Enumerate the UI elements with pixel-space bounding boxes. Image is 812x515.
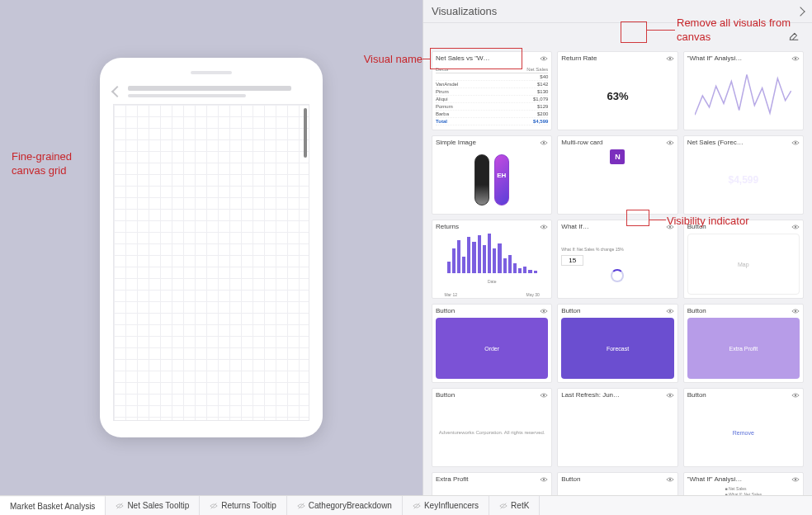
tile-name: Button: [561, 475, 665, 483]
visibility-indicator-icon[interactable]: [791, 392, 800, 399]
visualization-tile[interactable]: Last Refresh: Jun…: [557, 388, 677, 467]
visualization-tile[interactable]: Simple Image: [432, 135, 552, 215]
tile-name: Net Sales vs "W…: [436, 54, 540, 62]
phone-canvas-grid[interactable]: [113, 104, 309, 421]
tile-name: Extra Profit: [436, 475, 540, 483]
phone-title-placeholder: [128, 86, 309, 97]
report-tab[interactable]: RetK: [489, 496, 540, 515]
visibility-indicator-icon[interactable]: [540, 476, 548, 483]
svg-point-10: [668, 309, 670, 311]
tile-name: "What If" Analysi…: [687, 475, 791, 483]
tile-name: Returns: [436, 223, 540, 230]
svg-point-7: [668, 225, 670, 227]
visualization-tile[interactable]: ButtonOrder: [432, 304, 552, 383]
visibility-indicator-icon[interactable]: [540, 139, 548, 146]
tab-label: RetK: [511, 501, 529, 510]
tile-body: Adventureworks Corporation. All rights r…: [432, 400, 551, 466]
visualizations-grid: Net Sales vs "W…DecorNet Sales$40VanArsd…: [423, 50, 812, 495]
report-tab[interactable]: Market Basket Analysis: [0, 495, 106, 515]
visualization-tile[interactable]: "What If" Analysi…: [683, 51, 804, 130]
tile-name: Button: [687, 307, 791, 314]
tile-body: 63%: [558, 64, 677, 130]
back-icon[interactable]: [111, 86, 123, 97]
svg-point-17: [795, 478, 796, 480]
visualization-tile[interactable]: Extra Profit$4,599: [432, 472, 552, 495]
svg-point-6: [543, 225, 545, 227]
visualization-tile[interactable]: ButtonForecast: [557, 304, 677, 383]
visualization-tile[interactable]: "What If" Analysi…■ Net Sales■ What If: …: [683, 472, 804, 495]
visualization-tile[interactable]: Return Rate63%: [557, 51, 677, 130]
phone-speaker: [191, 71, 232, 74]
tile-body: $4,599: [684, 148, 803, 214]
tile-body: Remove: [684, 400, 803, 466]
visibility-indicator-icon[interactable]: [540, 308, 548, 314]
tile-body: Map: [684, 232, 803, 298]
visualization-tile[interactable]: ButtonAdventureworks Corporation. All ri…: [432, 388, 552, 467]
visualization-tile[interactable]: What If…What If: Net Sales % change 15%1…: [557, 220, 677, 299]
visibility-indicator-icon[interactable]: [666, 55, 674, 62]
visualization-tile[interactable]: Net Sales vs "W…DecorNet Sales$40VanArsd…: [432, 51, 552, 130]
tab-label: Returns Tooltip: [221, 501, 276, 510]
tile-name: Last Refresh: Jun…: [561, 391, 665, 399]
tile-name: Return Rate: [561, 54, 665, 62]
visibility-indicator-icon[interactable]: [666, 476, 674, 483]
svg-point-14: [795, 394, 796, 395]
tile-body: Profile report: [558, 484, 677, 495]
hidden-icon: [116, 502, 124, 510]
tile-name: Button: [687, 391, 791, 399]
tile-body: [684, 64, 803, 130]
visibility-indicator-icon[interactable]: [791, 55, 800, 62]
report-tab[interactable]: Returns Tooltip: [200, 496, 287, 515]
hidden-icon: [499, 502, 508, 510]
chevron-right-icon[interactable]: [795, 7, 805, 16]
tile-body: $4,599: [432, 484, 551, 495]
tile-body: Forecast: [558, 316, 677, 382]
visibility-indicator-icon[interactable]: [540, 392, 548, 399]
tile-body: Order: [432, 316, 551, 382]
hidden-icon: [210, 502, 218, 510]
visualization-tile[interactable]: ReturnsMar 12May 30Date: [432, 220, 552, 299]
tab-label: Net Sales Tooltip: [127, 501, 189, 510]
visibility-indicator-icon[interactable]: [791, 308, 800, 314]
visualization-tile[interactable]: ButtonProfile report: [557, 472, 677, 495]
svg-point-11: [795, 309, 796, 311]
visibility-indicator-icon[interactable]: [791, 476, 800, 483]
visibility-indicator-icon[interactable]: [666, 392, 674, 399]
svg-point-12: [543, 394, 545, 395]
tile-name: Button: [436, 391, 540, 399]
tile-name: What If…: [561, 223, 665, 230]
visualization-tile[interactable]: ButtonRemove: [683, 388, 804, 467]
tab-label: KeyInfluencers: [424, 501, 479, 510]
visualization-tile[interactable]: Net Sales (Forec…$4,599: [683, 135, 804, 215]
tile-name: Button: [687, 223, 791, 230]
svg-point-4: [668, 141, 670, 143]
report-tab[interactable]: Net Sales Tooltip: [106, 496, 200, 515]
svg-point-0: [543, 57, 545, 59]
tile-body: Extra Profit: [684, 316, 803, 382]
svg-point-3: [543, 141, 545, 143]
visibility-indicator-icon[interactable]: [540, 55, 548, 62]
visibility-indicator-icon[interactable]: [666, 224, 674, 230]
visualizations-panel: Visualizations Net Sales vs "W…DecorNet …: [423, 0, 812, 495]
hidden-icon: [297, 502, 305, 510]
visibility-indicator-icon[interactable]: [666, 139, 674, 146]
tile-body: ■ Net Sales■ What If: Net Sales: [684, 484, 803, 495]
tab-label: Market Basket Analysis: [10, 502, 95, 511]
phone-scrollbar[interactable]: [304, 108, 307, 417]
tile-name: Net Sales (Forec…: [687, 139, 791, 146]
visualization-tile[interactable]: Multi-row cardN: [557, 135, 677, 215]
visibility-indicator-icon[interactable]: [791, 224, 800, 230]
visualization-tile[interactable]: ButtonMap: [683, 220, 804, 299]
visualization-tile[interactable]: ButtonExtra Profit: [683, 304, 804, 383]
report-tab[interactable]: CathegoryBreackdown: [287, 496, 403, 515]
visibility-indicator-icon[interactable]: [666, 308, 674, 314]
visibility-indicator-icon[interactable]: [791, 139, 800, 146]
tab-label: CathegoryBreackdown: [309, 501, 392, 510]
remove-all-visuals-button[interactable]: [784, 26, 804, 45]
svg-point-16: [668, 478, 670, 480]
tile-body: [558, 400, 677, 466]
report-tab[interactable]: KeyInfluencers: [403, 496, 489, 515]
svg-point-8: [795, 225, 796, 227]
visibility-indicator-icon[interactable]: [540, 224, 548, 230]
svg-point-9: [543, 309, 545, 311]
